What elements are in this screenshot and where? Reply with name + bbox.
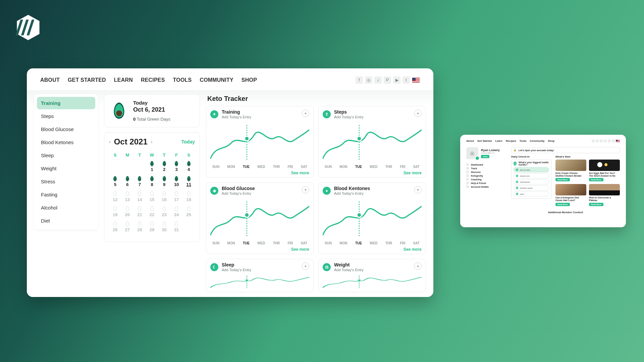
mini-side-discover[interactable]: Discover	[466, 171, 506, 173]
instagram-icon[interactable]: ◎	[365, 76, 372, 84]
calendar-day-30[interactable]: 30	[158, 221, 170, 236]
calendar-day-11[interactable]: 11	[182, 175, 195, 190]
calendar-day-17[interactable]: 17	[170, 190, 183, 205]
calendar-day-18[interactable]: 18	[182, 190, 195, 205]
tracker-day[interactable]: TUE	[355, 165, 362, 169]
mini-nav-tools[interactable]: Tools	[520, 139, 527, 142]
card-subtitle[interactable]: Add Today's Entry	[334, 115, 364, 119]
read-more-button[interactable]: Read More	[589, 178, 603, 181]
card-subtitle[interactable]: Add Today's Entry	[222, 268, 251, 272]
calendar-day-25[interactable]: 25	[182, 205, 195, 221]
tracker-day[interactable]: FRI	[400, 165, 405, 169]
sidebar-item-blood-ketones[interactable]: Blood Ketones	[37, 136, 95, 148]
mini-side-ketogevity[interactable]: Ketogevity	[466, 174, 506, 177]
tracker-day[interactable]: SAT	[413, 165, 420, 169]
calendar-next-button[interactable]: ›	[151, 139, 153, 144]
sidebar-item-steps[interactable]: Steps	[37, 110, 95, 122]
calendar-day-16[interactable]: 16	[158, 190, 170, 205]
tracker-day[interactable]: MON	[227, 165, 235, 169]
calendar-day-19[interactable]: 19	[109, 205, 121, 221]
add-entry-button[interactable]: +	[414, 262, 422, 270]
card-subtitle[interactable]: Add Today's Entry	[334, 191, 370, 195]
calendar-day-21[interactable]: 21	[133, 205, 146, 221]
tracker-day[interactable]: TUE	[355, 241, 362, 245]
read-more-button[interactable]: Read More	[555, 178, 570, 181]
locale-flag-us[interactable]	[616, 140, 620, 142]
tracker-day[interactable]: WED	[370, 241, 377, 245]
tracker-day[interactable]: MON	[227, 241, 235, 245]
tracker-day[interactable]: SUN	[325, 165, 332, 169]
card-subtitle[interactable]: Add Today's Entry	[222, 191, 255, 195]
calendar-prev-button[interactable]: ‹	[109, 139, 111, 144]
nav-get-started[interactable]: GET STARTED	[68, 77, 106, 83]
nav-recipes[interactable]: RECIPES	[141, 77, 165, 83]
tracker-day[interactable]: FRI	[400, 241, 405, 245]
tracker-day[interactable]: THR	[385, 165, 392, 169]
calendar-day-14[interactable]: 14	[133, 190, 146, 205]
whats-new-card[interactable]: Are Eggs Bad For You? The Short Answer I…	[589, 160, 620, 181]
tracker-day[interactable]: SUN	[212, 165, 219, 169]
sidebar-item-sleep[interactable]: Sleep	[37, 149, 95, 162]
calendar-day-9[interactable]: 9	[158, 175, 170, 190]
mini-nav-recipes[interactable]: Recipes	[506, 139, 516, 142]
user-profile[interactable]: ◉ Ryan Lowery xxxxxxx@xx.xx xxxx	[466, 147, 506, 159]
youtube-icon[interactable]: ▶	[393, 76, 400, 84]
tracker-day[interactable]: TUE	[243, 165, 250, 169]
mini-nav-community[interactable]: Community	[530, 139, 544, 142]
sidebar-item-alcohol[interactable]: Alcohol	[37, 201, 95, 214]
facebook-icon[interactable]: f	[356, 76, 363, 84]
whats-new-card[interactable]: How to Overcome a Plateau Read More	[589, 184, 620, 206]
read-more-button[interactable]: Read More	[589, 203, 603, 206]
calendar-day-26[interactable]: 26	[109, 221, 121, 236]
nav-tools[interactable]: TOOLS	[173, 77, 192, 83]
sidebar-item-stress[interactable]: Stress	[37, 175, 95, 188]
mini-side-coaching[interactable]: Coaching	[466, 178, 506, 181]
calendar-day-8[interactable]: 8	[146, 175, 158, 190]
see-more-link[interactable]: See more	[210, 247, 309, 252]
mini-nav-about[interactable]: About	[466, 139, 474, 142]
calendar-day-4[interactable]: 4	[182, 160, 195, 175]
checkin-option[interactable]: xxxxxxx xxxxx	[514, 185, 549, 190]
calendar-day-13[interactable]: 13	[121, 190, 134, 205]
see-more-link[interactable]: See more	[323, 171, 422, 175]
calendar-day-31[interactable]: 31	[170, 221, 183, 236]
tracker-day[interactable]: THR	[385, 241, 392, 245]
add-entry-button[interactable]: +	[302, 262, 309, 270]
tracker-day[interactable]: SUN	[325, 241, 332, 245]
tracker-day[interactable]: THR	[273, 241, 280, 245]
card-subtitle[interactable]: Add Today's Entry	[222, 115, 251, 119]
mini-side-help-a-friend[interactable]: Help A Friend	[466, 182, 506, 184]
tracker-day[interactable]: WED	[257, 241, 265, 245]
tracker-day[interactable]: TUE	[243, 241, 250, 245]
locale-flag-us[interactable]	[412, 77, 420, 83]
calendar-day-7[interactable]: 7	[133, 175, 146, 190]
see-more-link[interactable]: See more	[323, 247, 422, 252]
sidebar-item-diet[interactable]: Diet	[37, 215, 95, 227]
card-subtitle[interactable]: Add Today's Entry	[334, 268, 364, 272]
tracker-day[interactable]: SAT	[413, 241, 420, 245]
sidebar-item-fasting[interactable]: Fasting	[37, 188, 95, 201]
tracker-day[interactable]: SAT	[301, 165, 307, 169]
calendar-day-29[interactable]: 29	[146, 221, 158, 236]
calendar-today-button[interactable]: Today	[181, 139, 195, 144]
calendar-day-15[interactable]: 15	[146, 190, 158, 205]
calendar-day-28[interactable]: 28	[133, 221, 146, 236]
nav-about[interactable]: ABOUT	[40, 77, 60, 83]
add-entry-button[interactable]: +	[302, 186, 309, 193]
tiktok-icon[interactable]: ♪	[374, 76, 382, 84]
calendar-day-27[interactable]: 27	[121, 221, 134, 236]
calendar-day-1[interactable]: 1	[146, 160, 158, 175]
tracker-day[interactable]: FRI	[287, 165, 293, 169]
tracker-day[interactable]: WED	[370, 165, 377, 169]
nav-learn[interactable]: LEARN	[114, 77, 133, 83]
mini-nav-shop[interactable]: Shop	[548, 139, 554, 142]
tracker-day[interactable]: MON	[339, 241, 347, 245]
tracker-day[interactable]: FRI	[287, 241, 293, 245]
whats-new-card[interactable]: Can a Ketogenic Diet Cause Hair Loss? Re…	[555, 184, 586, 206]
calendar-day-5[interactable]: 5	[109, 175, 121, 190]
pinterest-icon[interactable]: P	[384, 76, 391, 84]
calendar-day-24[interactable]: 24	[170, 205, 183, 221]
mini-side-track[interactable]: Track	[466, 167, 506, 170]
sidebar-item-weight[interactable]: Weight	[37, 162, 95, 175]
sidebar-item-training[interactable]: Training	[37, 97, 95, 109]
